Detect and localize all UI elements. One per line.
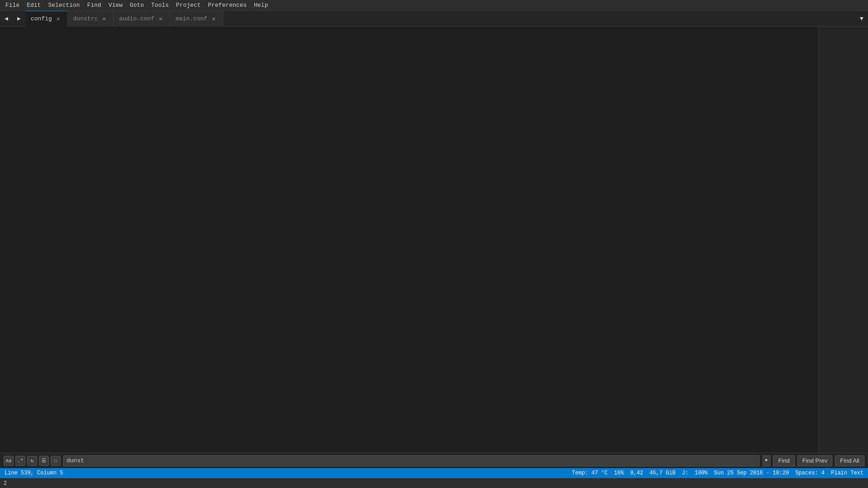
status-file-type[interactable]: Plain Text xyxy=(831,470,863,476)
tab-audio-conf-close[interactable]: ✕ xyxy=(157,15,164,22)
status-spaces: Spaces: 4 xyxy=(795,470,825,476)
menu-view[interactable]: View xyxy=(105,1,126,9)
code-content[interactable] xyxy=(19,27,818,453)
findbar-extra-btn[interactable]: ☐ xyxy=(51,456,61,466)
menu-selection[interactable]: Selection xyxy=(44,1,83,9)
status-load: 0,42 xyxy=(630,470,643,476)
tab-main-conf[interactable]: main.conf ✕ xyxy=(170,11,223,27)
status-date: Sun 25 Sep 2016 - 18:20 xyxy=(714,470,789,476)
status-left: Line 539, Column 5 xyxy=(5,470,63,476)
find-prev-button[interactable]: Find Prev xyxy=(797,455,833,466)
tab-main-conf-close[interactable]: ✕ xyxy=(210,15,217,22)
find-all-button[interactable]: Find All xyxy=(835,455,864,466)
status-right: Temp: 47 °C 16% 0,42 46,7 GiB J: 100% Su… xyxy=(572,470,863,476)
tab-audio-conf[interactable]: audio.conf ✕ xyxy=(113,11,170,27)
editor-area xyxy=(0,27,868,453)
status-ram: 46,7 GiB xyxy=(650,470,676,476)
findbar-dot-btn[interactable]: .* xyxy=(15,456,25,466)
tab-next-btn[interactable]: ▶ xyxy=(13,11,25,27)
tab-config[interactable]: config ✕ xyxy=(25,11,68,27)
tab-dunstrc[interactable]: dunstrc ✕ xyxy=(68,11,114,27)
tab-config-close[interactable]: ✕ xyxy=(55,15,62,23)
find-button[interactable]: Find xyxy=(773,455,794,466)
menu-help[interactable]: Help xyxy=(250,1,272,9)
bottom-item: 2 xyxy=(4,480,7,487)
findbar: Aa .* ↻ ☰ ☐ ▼ Find Find Prev Find All xyxy=(0,453,868,468)
statusbar: Line 539, Column 5 Temp: 47 °C 16% 0,42 … xyxy=(0,468,868,478)
menu-file[interactable]: File xyxy=(2,1,23,9)
findbar-font-btn[interactable]: Aa xyxy=(4,456,14,466)
menu-edit[interactable]: Edit xyxy=(23,1,44,9)
find-input[interactable] xyxy=(63,455,760,466)
tab-prev-btn[interactable]: ◀ xyxy=(0,11,13,27)
menu-goto[interactable]: Goto xyxy=(126,1,147,9)
findbar-wrap-btn[interactable]: ↻ xyxy=(27,456,37,466)
tab-config-label: config xyxy=(31,15,52,22)
minimap xyxy=(818,27,868,453)
menu-project[interactable]: Project xyxy=(172,1,204,9)
tab-dunstrc-label: dunstrc xyxy=(73,15,98,22)
menu-tools[interactable]: Tools xyxy=(147,1,172,9)
tab-main-conf-label: main.conf xyxy=(175,15,207,22)
find-dropdown[interactable]: ▼ xyxy=(762,455,770,466)
menu-find[interactable]: Find xyxy=(84,1,105,9)
tab-overflow-btn[interactable]: ▼ xyxy=(855,11,868,27)
menu-preferences[interactable]: Preferences xyxy=(204,1,250,9)
status-battery: J: xyxy=(682,470,688,476)
tab-dunstrc-close[interactable]: ✕ xyxy=(100,15,108,22)
status-temp: Temp: 47 °C xyxy=(572,470,608,476)
status-cpu: 16% xyxy=(614,470,624,476)
line-numbers xyxy=(0,27,19,453)
tab-audio-conf-label: audio.conf xyxy=(119,15,154,22)
bottombar: 2 xyxy=(0,478,868,488)
menubar: File Edit Selection Find View Goto Tools… xyxy=(0,0,868,11)
status-line-col: Line 539, Column 5 xyxy=(5,470,63,476)
findbar-icons: Aa .* ↻ ☰ ☐ xyxy=(4,456,61,466)
minimap-visual xyxy=(819,27,868,453)
tabbar: ◀ ▶ config ✕ dunstrc ✕ audio.conf ✕ main… xyxy=(0,11,868,27)
status-battery-val: 100% xyxy=(695,470,708,476)
findbar-context-btn[interactable]: ☰ xyxy=(39,456,49,466)
code-panel xyxy=(0,27,818,453)
